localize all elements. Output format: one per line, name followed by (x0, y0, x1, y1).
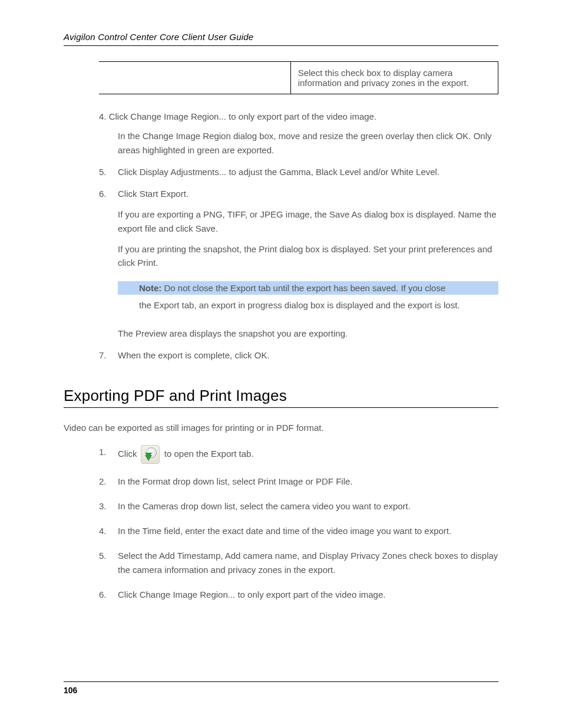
step-4: 4. Click Change Image Region... to only … (99, 110, 498, 123)
step-6-text: Click Start Export. If you are exporting… (118, 187, 498, 269)
note-header: Note: Do not close the Export tab until … (118, 281, 498, 295)
pdf-step-6-num: 6. (99, 588, 118, 602)
pdf-step-6-text: Click Change Image Region... to only exp… (118, 588, 498, 602)
step-7: 7. When the export is complete, click OK… (99, 348, 498, 362)
step-7-num: 7. (99, 348, 118, 362)
pdf-step-1-num: 1. (99, 445, 118, 464)
pdf-step-5-text: Select the Add Timestamp, Add camera nam… (118, 549, 498, 577)
section-heading: Exporting PDF and Print Images (64, 387, 498, 408)
pdf-step-3-num: 3. (99, 499, 118, 513)
option-desc-cell: Select this check box to display camera … (290, 62, 498, 94)
pdf-step-3-text: In the Cameras drop down list, select th… (118, 499, 498, 513)
pdf-step-1-text: Click to open the Export tab. (118, 445, 498, 464)
export-icon (141, 445, 160, 464)
note-head-text: Do not close the Export tab until the ex… (164, 283, 446, 293)
footer: 106 (64, 681, 498, 695)
pdf-step-2-text: In the Format drop down list, select Pri… (118, 475, 498, 489)
option-name-cell (99, 62, 290, 94)
step-5-text: Click Display Adjustments... to adjust t… (118, 165, 498, 179)
pdf-step-3: 3. In the Cameras drop down list, select… (99, 499, 498, 513)
step-6: 6. Click Start Export. If you are export… (99, 187, 498, 269)
note: Note: Do not close the Export tab until … (118, 281, 498, 315)
note-body: the Export tab, an export in progress di… (118, 295, 498, 315)
after-step6: The Preview area displays the snapshot y… (118, 327, 498, 340)
step-6-num: 6. (99, 187, 118, 269)
step-6a: Click Start Export. (118, 187, 498, 200)
pdf-step-1-post: to open the Export tab. (164, 449, 254, 459)
step-5: 5. Click Display Adjustments... to adjus… (99, 165, 498, 179)
step-4-cont-text: In the Change Image Region dialog box, m… (118, 131, 492, 154)
pdf-step-4-text: In the Time field, enter the exact date … (118, 524, 498, 538)
step-4-cont: In the Change Image Region dialog box, m… (118, 129, 498, 157)
page: Avigilon Control Center Core Client User… (0, 0, 562, 728)
step-7-text: When the export is complete, click OK. (118, 348, 498, 362)
pdf-step-4-num: 4. (99, 524, 118, 538)
pdf-step-2-num: 2. (99, 475, 118, 489)
table-row: Select this check box to display camera … (99, 62, 498, 94)
options-table: Select this check box to display camera … (99, 61, 498, 94)
pdf-step-1: 1. Click to open the Export tab. (99, 445, 498, 464)
pdf-step-5: 5. Select the Add Timestamp, Add camera … (99, 549, 498, 577)
pdf-step-5-num: 5. (99, 549, 118, 577)
running-header: Avigilon Control Center Core Client User… (64, 32, 498, 46)
pdf-step-2: 2. In the Format drop down list, select … (99, 475, 498, 489)
step-5-num: 5. (99, 165, 118, 179)
pdf-step-6: 6. Click Change Image Region... to only … (99, 588, 498, 602)
step-6c: If you are printing the snapshot, the Pr… (118, 242, 498, 270)
step-4-text: 4. Click Change Image Region... to only … (99, 111, 376, 121)
pdf-step-1-pre: Click (118, 449, 140, 459)
page-number: 106 (64, 686, 77, 695)
step-6b: If you are exporting a PNG, TIFF, or JPE… (118, 207, 498, 235)
pdf-intro: Video can be exported as still images fo… (64, 421, 498, 434)
content: Select this check box to display camera … (64, 61, 498, 602)
note-label: Note: (139, 283, 161, 293)
pdf-step-4: 4. In the Time field, enter the exact da… (99, 524, 498, 538)
